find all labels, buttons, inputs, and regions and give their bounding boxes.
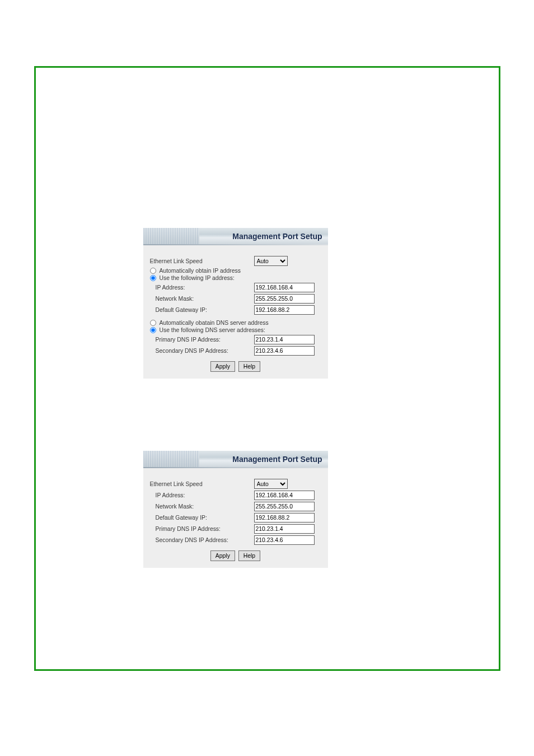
secondary-dns-input[interactable] <box>254 346 315 356</box>
network-mask-label: Network Mask: <box>150 296 254 302</box>
ethernet-link-speed-select[interactable]: Auto <box>254 479 288 489</box>
use-ip-radio[interactable] <box>150 275 156 281</box>
page-frame: Management Port Setup Ethernet Link Spee… <box>34 66 500 671</box>
ip-address-input[interactable] <box>254 491 315 500</box>
management-port-setup-panel-1: Management Port Setup Ethernet Link Spee… <box>143 228 328 379</box>
ethernet-link-speed-select[interactable]: Auto <box>254 256 288 266</box>
use-ip-label: Use the following IP address: <box>160 275 235 281</box>
secondary-dns-label: Secondary DNS IP Address: <box>150 537 254 543</box>
panel-title-text: Management Port Setup <box>232 232 322 241</box>
ethernet-link-speed-label: Ethernet Link Speed <box>150 258 254 264</box>
apply-button[interactable]: Apply <box>210 361 235 372</box>
ethernet-link-speed-label: Ethernet Link Speed <box>150 481 254 487</box>
default-gateway-label: Default Gateway IP: <box>150 515 254 521</box>
apply-button[interactable]: Apply <box>210 550 235 561</box>
header-divider <box>143 244 328 245</box>
management-port-setup-panel-2: Management Port Setup Ethernet Link Spee… <box>143 451 328 568</box>
primary-dns-label: Primary DNS IP Address: <box>150 526 254 532</box>
network-mask-input[interactable] <box>254 294 315 304</box>
auto-ip-label: Automatically obtain IP address <box>160 268 241 274</box>
network-mask-label: Network Mask: <box>150 503 254 510</box>
default-gateway-input[interactable] <box>254 305 315 315</box>
ip-address-label: IP Address: <box>150 492 254 498</box>
help-button[interactable]: Help <box>238 361 260 372</box>
auto-dns-radio[interactable] <box>150 320 156 326</box>
secondary-dns-label: Secondary DNS IP Address: <box>150 348 254 354</box>
default-gateway-input[interactable] <box>254 513 315 522</box>
primary-dns-label: Primary DNS IP Address: <box>150 337 254 343</box>
default-gateway-label: Default Gateway IP: <box>150 307 254 313</box>
ip-address-label: IP Address: <box>150 284 254 291</box>
ip-address-input[interactable] <box>254 283 315 292</box>
panel-body: Ethernet Link Speed Auto IP Address: Net… <box>143 472 328 568</box>
secondary-dns-input[interactable] <box>254 535 315 545</box>
auto-dns-label: Automatically obatain DNS server address <box>160 320 269 326</box>
panel-title: Management Port Setup <box>143 451 328 467</box>
network-mask-input[interactable] <box>254 502 315 511</box>
primary-dns-input[interactable] <box>254 524 315 534</box>
header-divider <box>143 467 328 468</box>
panel-title: Management Port Setup <box>143 228 328 244</box>
primary-dns-input[interactable] <box>254 335 315 344</box>
panel-body: Ethernet Link Speed Auto Automatically o… <box>143 249 328 379</box>
panel-title-text: Management Port Setup <box>232 455 322 464</box>
use-dns-radio[interactable] <box>150 327 156 333</box>
help-button[interactable]: Help <box>238 550 260 561</box>
use-dns-label: Use the following DNS server addresses: <box>160 327 265 333</box>
auto-ip-radio[interactable] <box>150 268 156 274</box>
